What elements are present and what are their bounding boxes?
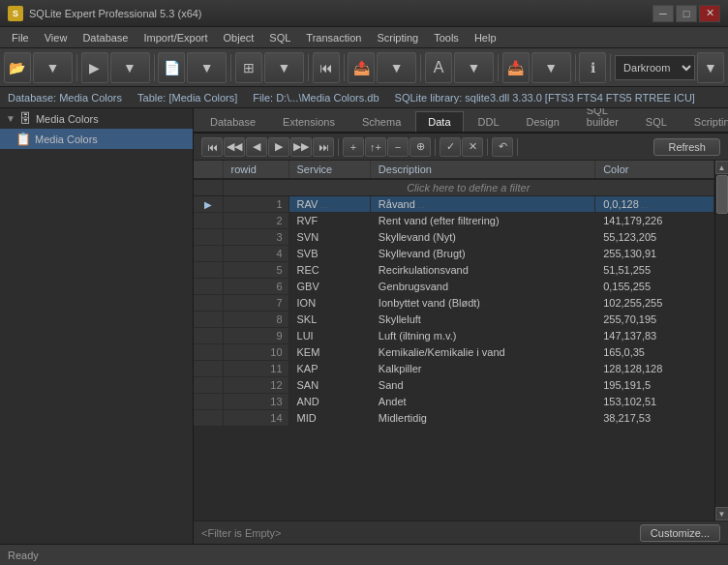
- menu-tools[interactable]: Tools: [426, 30, 467, 45]
- col-rowid[interactable]: rowid: [223, 161, 288, 179]
- nav-insert-button[interactable]: ↑+: [365, 137, 386, 157]
- import-button[interactable]: 📥: [502, 52, 530, 83]
- theme-selector[interactable]: Darkroom: [615, 55, 695, 80]
- menu-database[interactable]: Database: [75, 30, 136, 45]
- font-dropdown-button[interactable]: ▼: [454, 52, 494, 83]
- table-row[interactable]: 11KAPKalkpiller128,128,128: [194, 361, 714, 377]
- table-row[interactable]: 5RECRecirkulationsvand51,51,255: [194, 262, 714, 279]
- cell-rowid: 4: [223, 246, 288, 262]
- navigate-forward-button[interactable]: ▶: [81, 52, 108, 83]
- menu-file[interactable]: File: [4, 30, 37, 45]
- open-button[interactable]: 📂: [4, 52, 31, 83]
- menu-importexport[interactable]: Import/Export: [136, 30, 215, 45]
- data-toolbar: ⏮ ◀◀ ◀ ▶ ▶▶ ⏭ + ↑+ − ⊕ ✓ ✕ ↶ Refresh: [194, 134, 728, 161]
- database-icon: 🗄: [19, 111, 32, 126]
- filter-placeholder[interactable]: Click here to define a filter: [223, 179, 714, 196]
- col-service[interactable]: Service: [288, 161, 370, 179]
- grid-button[interactable]: ⊞: [235, 52, 262, 83]
- cell-color: 0,155,255: [595, 279, 714, 295]
- nav-undo-button[interactable]: ↶: [492, 137, 513, 157]
- export-button[interactable]: 📤: [348, 52, 375, 83]
- menu-sql[interactable]: SQL: [261, 30, 298, 45]
- sidebar-item-media-colors-table[interactable]: 📋 Media Colors: [0, 129, 193, 149]
- nav-cancel-button[interactable]: ✕: [462, 137, 483, 157]
- nav-prev-skip-button[interactable]: ◀◀: [224, 137, 245, 157]
- filter-empty-label: <Filter is Empty>: [201, 527, 282, 539]
- cell-color: 195,191,5: [595, 377, 714, 394]
- nav-add-button[interactable]: +: [343, 137, 364, 157]
- import-dropdown-button[interactable]: ▼: [531, 52, 571, 83]
- col-color[interactable]: Color: [595, 161, 714, 179]
- tab-design[interactable]: Design: [514, 111, 572, 132]
- vertical-scrollbar[interactable]: ▲ ▼: [714, 161, 728, 520]
- scroll-down-button[interactable]: ▼: [715, 507, 729, 520]
- tab-schema[interactable]: Schema: [349, 111, 413, 132]
- navigate-dropdown-button[interactable]: ▼: [110, 52, 150, 83]
- scrollbar-track[interactable]: [715, 174, 729, 507]
- nav-save-button[interactable]: ✓: [440, 137, 461, 157]
- tab-sql[interactable]: SQL: [633, 111, 680, 132]
- table-row[interactable]: 4SVBSkyllevand (Brugt)255,130,91: [194, 246, 714, 262]
- new-dropdown-button[interactable]: ▼: [187, 52, 227, 83]
- cell-color: 0,0,128…: [595, 196, 714, 213]
- table-row[interactable]: ▶1RAV…Råvand…0,0,128…: [194, 196, 714, 213]
- grid-dropdown-button[interactable]: ▼: [264, 52, 304, 83]
- table-row[interactable]: 2RVFRent vand (efter filtrering)141,179,…: [194, 213, 714, 229]
- info-button[interactable]: ℹ: [579, 52, 606, 83]
- maximize-button[interactable]: □: [676, 5, 697, 22]
- table-row[interactable]: 8SKLSkylleluft255,70,195: [194, 312, 714, 328]
- cell-rowid: 11: [223, 361, 288, 377]
- tab-scripting[interactable]: Scripting: [682, 111, 728, 132]
- export-dropdown-button[interactable]: ▼: [377, 52, 416, 83]
- table-row[interactable]: 12SANSand195,191,5: [194, 377, 714, 394]
- col-description[interactable]: Description: [370, 161, 594, 179]
- cell-service: SKL: [288, 312, 370, 328]
- cell-description: Genbrugsvand: [370, 279, 594, 295]
- cell-service: SVN: [288, 229, 370, 246]
- tab-extensions[interactable]: Extensions: [270, 111, 348, 132]
- nav-last-button[interactable]: ⏭: [313, 137, 334, 157]
- cell-service: LUI: [288, 328, 370, 344]
- nav-next-skip-button[interactable]: ▶▶: [290, 137, 312, 157]
- minimize-button[interactable]: ─: [652, 5, 674, 22]
- table-row[interactable]: 7IONIonbyttet vand (Blødt)102,255,255: [194, 295, 714, 312]
- menu-object[interactable]: Object: [216, 30, 262, 45]
- tab-ddl[interactable]: DDL: [466, 111, 512, 132]
- table-row[interactable]: 14MIDMidlertidig38,217,53: [194, 410, 714, 427]
- refresh-button[interactable]: Refresh: [653, 138, 720, 156]
- menu-help[interactable]: Help: [467, 30, 504, 45]
- cell-rowid: 13: [223, 394, 288, 410]
- nav-first-button[interactable]: ⏮: [201, 137, 223, 157]
- new-button[interactable]: 📄: [158, 52, 185, 83]
- toolbar-separator-3: [230, 54, 231, 81]
- table-row[interactable]: 6GBVGenbrugsvand0,155,255: [194, 279, 714, 295]
- table-row[interactable]: 9LUILuft (iltning m.v.)147,137,83: [194, 328, 714, 344]
- nav-delete-button[interactable]: −: [387, 137, 409, 157]
- filter-row[interactable]: Click here to define a filter: [194, 179, 714, 196]
- nav-copy-button[interactable]: ⊕: [410, 137, 431, 157]
- menu-view[interactable]: View: [37, 30, 76, 45]
- theme-dropdown-button[interactable]: ▼: [697, 52, 724, 83]
- table-row[interactable]: 13ANDAndet153,102,51: [194, 394, 714, 410]
- first-button[interactable]: ⏮: [313, 52, 340, 83]
- sidebar-item-media-colors-root[interactable]: ▼ 🗄 Media Colors: [0, 108, 193, 129]
- font-button[interactable]: A: [425, 52, 452, 83]
- table-area[interactable]: rowid Service Description Color Click he…: [194, 161, 714, 520]
- close-button[interactable]: ✕: [699, 5, 720, 22]
- nav-separator-3: [487, 138, 488, 156]
- cell-description: Luft (iltning m.v.): [370, 328, 594, 344]
- scrollbar-thumb[interactable]: [716, 175, 728, 214]
- tab-data[interactable]: Data: [415, 111, 463, 132]
- customize-button[interactable]: Customize...: [640, 524, 720, 542]
- tab-database[interactable]: Database: [197, 111, 268, 132]
- nav-next-button[interactable]: ▶: [268, 137, 289, 157]
- scroll-up-button[interactable]: ▲: [715, 161, 729, 174]
- menu-scripting[interactable]: Scripting: [369, 30, 426, 45]
- nav-prev-button[interactable]: ◀: [246, 137, 267, 157]
- menu-transaction[interactable]: Transaction: [298, 30, 369, 45]
- open-dropdown-button[interactable]: ▼: [33, 52, 73, 83]
- sidebar-label-table: Media Colors: [35, 134, 98, 145]
- table-row[interactable]: 3SVNSkyllevand (Nyt)55,123,205: [194, 229, 714, 246]
- tab-sql-builder[interactable]: SQL builder: [574, 108, 631, 132]
- table-row[interactable]: 10KEMKemikalie/Kemikalie i vand165,0,35: [194, 344, 714, 361]
